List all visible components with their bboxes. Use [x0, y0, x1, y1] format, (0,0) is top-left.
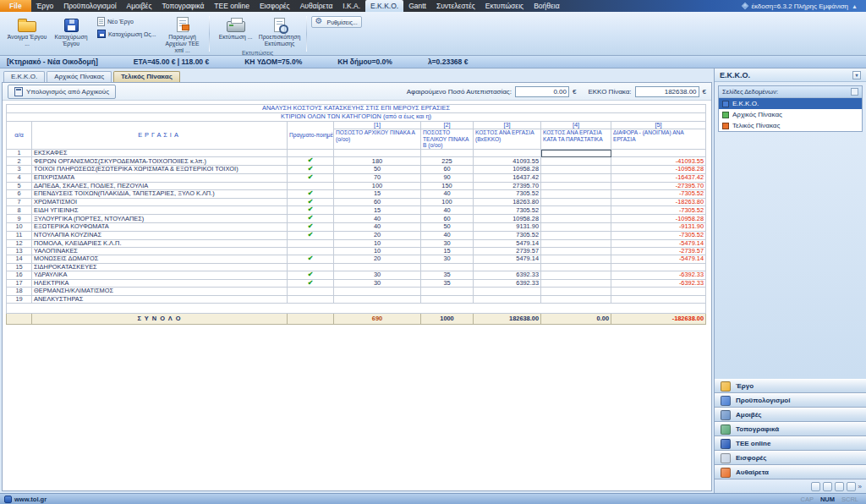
table-row[interactable]: 11ΝΤΟΥΛΑΠΙΑ ΚΟΥΖΙΝΑΣ20407305.52-7305.52 [7, 231, 706, 239]
table-row[interactable]: 13ΥΑΛΟΠΙΝΑΚΕΣ10152739.57-2739.57 [7, 247, 706, 255]
row-number-cell[interactable]: 10 [7, 223, 32, 232]
invoice-cost-cell[interactable] [541, 189, 611, 198]
initial-pct-cell[interactable]: 10 [334, 239, 421, 247]
final-pct-cell[interactable]: 150 [421, 182, 474, 189]
diff-cell[interactable]: -27395.70 [611, 182, 706, 189]
final-pct-cell[interactable]: 30 [421, 239, 474, 247]
cost-cell[interactable]: 5479.14 [474, 239, 541, 247]
print-button[interactable]: Εκτύπωση ... [214, 14, 258, 49]
menu-item-topografika[interactable]: Τοπογραφικά [157, 0, 210, 12]
cost-cell[interactable]: 5479.14 [474, 255, 541, 263]
done-check-cell[interactable] [288, 255, 334, 263]
row-number-cell[interactable]: 15 [7, 263, 32, 271]
done-check-cell[interactable] [288, 279, 334, 288]
final-pct-cell[interactable] [421, 295, 474, 303]
cost-cell[interactable]: 10958.28 [474, 166, 541, 174]
table-row[interactable]: 1ΕΚΣΚΑΦΕΣ [7, 150, 706, 157]
initial-pct-cell[interactable]: 15 [334, 189, 421, 198]
work-name-cell[interactable]: ΔΑΠΕΔΑ, ΣΚΑΛΕΣ, ΠΟΔΙΕΣ, ΠΕΖΟΥΛΙΑ [32, 182, 288, 189]
cost-cell[interactable]: 2739.57 [474, 247, 541, 255]
work-name-cell[interactable]: ΧΡΩΜΑΤΙΣΜΟΙ [32, 198, 288, 206]
work-name-cell[interactable]: ΕΞΩΤΕΡΙΚΑ ΚΟΥΦΩΜΑΤΑ [32, 223, 288, 232]
diff-cell[interactable]: -10958.28 [611, 166, 706, 174]
work-name-cell[interactable]: ΦΕΡΩΝ ΟΡΓΑΝΙΣΜΟΣ(ΣΚΥΡΟΔΕΜΑΤΑ-ΤΟΙΧΟΠΟΙΙΕΣ… [32, 157, 288, 166]
diff-cell[interactable] [611, 288, 706, 295]
done-check-cell[interactable] [288, 231, 334, 239]
invoice-cost-cell[interactable] [541, 247, 611, 255]
tab-ekko[interactable]: Ε.Κ.Κ.Ο. [3, 71, 45, 82]
nav-button-ergo[interactable]: Έργο [715, 379, 866, 393]
tab-telikos-pinakas[interactable]: Τελικός Πίνακας [113, 71, 180, 82]
initial-pct-cell[interactable]: 70 [334, 173, 421, 182]
menu-item-eisfores[interactable]: Εισφορές [255, 0, 295, 12]
final-pct-cell[interactable]: 40 [421, 206, 474, 215]
menu-item-ika[interactable]: Ι.Κ.Α. [337, 0, 365, 12]
menu-item-ergo[interactable]: Έργο [31, 0, 58, 12]
cost-cell[interactable]: 10958.28 [474, 215, 541, 223]
final-pct-cell[interactable] [421, 263, 474, 271]
website-link[interactable]: www.tol.gr [14, 496, 47, 503]
row-number-cell[interactable]: 17 [7, 279, 32, 288]
invoice-cost-cell[interactable] [541, 295, 611, 303]
initial-pct-cell[interactable]: 20 [334, 255, 421, 263]
work-name-cell[interactable]: ΠΟΜΟΛΑ, ΚΛΕΙΔΑΡΙΕΣ Κ.Λ.Π. [32, 239, 288, 247]
table-row[interactable]: 7ΧΡΩΜΑΤΙΣΜΟΙ6010018263.80-18263.80 [7, 198, 706, 206]
initial-pct-cell[interactable] [334, 295, 421, 303]
row-number-cell[interactable]: 7 [7, 198, 32, 206]
work-name-cell[interactable]: ΘΕΡΜΑΝΣΗ/ΚΛΙΜΑΤΙΣΜΟΣ [32, 288, 288, 295]
initial-pct-cell[interactable] [334, 263, 421, 271]
table-row[interactable]: 14ΜΟΝΩΣΕΙΣ ΔΩΜΑΤΟΣ20305479.14-5479.14 [7, 255, 706, 263]
invoice-cost-cell[interactable] [541, 223, 611, 232]
done-check-cell[interactable] [288, 198, 334, 206]
table-row[interactable]: 3ΤΟΙΧΟΙ ΠΛΗΡΩΣΕΩΣ(ΕΣΩΤΕΡΙΚΑ ΧΩΡΙΣΜΑΤΑ & … [7, 166, 706, 174]
work-name-cell[interactable]: ΕΠΙΧΡΙΣΜΑΤΑ [32, 173, 288, 182]
row-number-cell[interactable]: 19 [7, 295, 32, 303]
table-row[interactable]: 4ΕΠΙΧΡΙΣΜΑΤΑ709016437.42-16437.42 [7, 173, 706, 182]
invoice-cost-cell[interactable] [541, 271, 611, 279]
table-row[interactable]: 2ΦΕΡΩΝ ΟΡΓΑΝΙΣΜΟΣ(ΣΚΥΡΟΔΕΜΑΤΑ-ΤΟΙΧΟΠΟΙΙΕ… [7, 157, 706, 166]
done-check-cell[interactable] [288, 206, 334, 215]
pages-box-collapse-icon[interactable] [851, 88, 858, 96]
row-number-cell[interactable]: 16 [7, 271, 32, 279]
initial-pct-cell[interactable]: 50 [334, 166, 421, 174]
table-row[interactable]: 16ΥΔΡΑΥΛΙΚΑ30356392.33-6392.33 [7, 271, 706, 279]
menu-item-tee-online[interactable]: ΤΕΕ online [209, 0, 255, 12]
table-row[interactable]: 15ΣΙΔΗΡΟΚΑΤΑΣΚΕΥΕΣ [7, 263, 706, 271]
row-number-cell[interactable]: 4 [7, 173, 32, 182]
nav-button-authaireta[interactable]: Αυθαίρετα [715, 465, 866, 479]
done-check-cell[interactable] [288, 189, 334, 198]
open-project-button[interactable]: Άνοιγμα Έργου ... [5, 14, 49, 55]
final-pct-cell[interactable]: 15 [421, 247, 474, 255]
diff-cell[interactable]: -2739.57 [611, 247, 706, 255]
help-mini-icon[interactable] [847, 482, 856, 491]
invoice-cost-cell[interactable] [541, 231, 611, 239]
final-pct-cell[interactable]: 60 [421, 166, 474, 174]
diff-cell[interactable]: -41093.55 [611, 157, 706, 166]
diff-cell[interactable] [611, 295, 706, 303]
done-check-cell[interactable] [288, 247, 334, 255]
data-page-item[interactable]: Τελικός Πίνακας [719, 120, 862, 131]
diff-cell[interactable]: -7305.52 [611, 189, 706, 198]
save-project-button[interactable]: Κατοχύρωση Έργου [49, 14, 93, 55]
final-pct-cell[interactable]: 90 [421, 173, 474, 182]
done-check-cell[interactable] [288, 182, 334, 189]
print-preview-button[interactable]: Προεπισκόπηση Εκτύπωσης [258, 14, 302, 49]
diff-cell[interactable] [611, 150, 706, 157]
table-row[interactable]: 18ΘΕΡΜΑΝΣΗ/ΚΛΙΜΑΤΙΣΜΟΣ [7, 288, 706, 295]
row-number-cell[interactable]: 5 [7, 182, 32, 189]
initial-pct-cell[interactable] [334, 288, 421, 295]
menu-item-amoives[interactable]: Αμοιβές [122, 0, 157, 12]
cost-cell[interactable]: 9131.90 [474, 223, 541, 232]
more-buttons-icon[interactable]: » [858, 483, 862, 490]
invoice-cost-cell[interactable] [541, 206, 611, 215]
invoice-cost-cell[interactable] [541, 255, 611, 263]
row-number-cell[interactable]: 13 [7, 247, 32, 255]
row-number-cell[interactable]: 8 [7, 206, 32, 215]
invoice-cost-cell[interactable] [541, 198, 611, 206]
done-check-cell[interactable] [288, 223, 334, 232]
final-pct-cell[interactable]: 50 [421, 223, 474, 232]
row-number-cell[interactable]: 14 [7, 255, 32, 263]
table-row[interactable]: 10ΕΞΩΤΕΡΙΚΑ ΚΟΥΦΩΜΑΤΑ40509131.90-9131.90 [7, 223, 706, 232]
work-name-cell[interactable]: ΝΤΟΥΛΑΠΙΑ ΚΟΥΖΙΝΑΣ [32, 231, 288, 239]
work-name-cell[interactable]: ΞΥΛΟΥΡΓΙΚΑ (ΠΟΡΤΕΣ, ΝΤΟΥΛΑΠΕΣ) [32, 215, 288, 223]
